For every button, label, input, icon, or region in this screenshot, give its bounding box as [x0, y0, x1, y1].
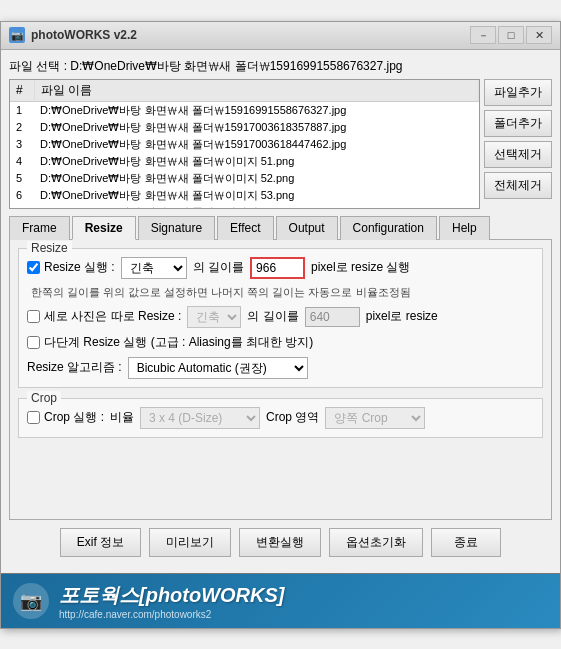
row-num: 5 [10, 170, 34, 187]
resize-panel: Resize Resize 실행 : 긴축 짧은축 가로 세로 의 길이를 [9, 240, 552, 520]
row-num: 4 [10, 153, 34, 170]
row-filename: D:₩OneDrive₩바탕 화면₩새 폴더₩15917003618447462… [34, 136, 479, 153]
tab-output[interactable]: Output [276, 216, 338, 240]
crop-area-select[interactable]: 양쪽 Crop 왼쪽 Crop 오른쪽 Crop [325, 407, 425, 429]
crop-checkbox-label[interactable]: Crop 실행 : [27, 409, 104, 426]
table-row[interactable]: 2D:₩OneDrive₩바탕 화면₩새 폴더₩1591700361835788… [10, 119, 479, 136]
window-title: photoWORKS v2.2 [31, 28, 137, 42]
close-window-button[interactable]: ✕ [526, 26, 552, 44]
remove-all-button[interactable]: 전체제거 [484, 172, 552, 199]
close-button[interactable]: 종료 [431, 528, 501, 557]
exif-button[interactable]: Exif 정보 [60, 528, 141, 557]
footer-camera-icon: 📷 [13, 583, 49, 619]
portrait-pixel-label: pixel로 resize [366, 308, 438, 325]
tab-frame[interactable]: Frame [9, 216, 70, 240]
footer-banner: 📷 포토웍스[photoWORKS] http://cafe.naver.com… [1, 573, 560, 628]
row-filename: D:₩OneDrive₩바탕 화면₩새 폴더₩15917003618357887… [34, 119, 479, 136]
resize-row4: Resize 알고리즘 : Bicubic Automatic (권장) Bil… [27, 357, 534, 379]
file-table: # 파일 이름 1D:₩OneDrive₩바탕 화면₩새 폴더₩15916991… [10, 80, 479, 209]
crop-checkbox[interactable] [27, 411, 40, 424]
row-filename: D:₩OneDrive₩바탕 화면₩새 폴더₩15916991558676327… [34, 101, 479, 119]
crop-ratio-label: 비율 [110, 409, 134, 426]
title-bar: 📷 photoWORKS v2.2 － □ ✕ [1, 22, 560, 50]
add-folder-button[interactable]: 폴더추가 [484, 110, 552, 137]
maximize-button[interactable]: □ [498, 26, 524, 44]
resize-section-label: Resize [27, 241, 72, 255]
col-header-name: 파일 이름 [34, 80, 479, 102]
preview-button[interactable]: 미리보기 [149, 528, 231, 557]
row-num: 7 [10, 204, 34, 209]
portrait-resize-text: 세로 사진은 따로 Resize : [44, 308, 181, 325]
resize-checkbox[interactable] [27, 261, 40, 274]
title-bar-left: 📷 photoWORKS v2.2 [9, 27, 137, 43]
portrait-resize-checkbox[interactable] [27, 310, 40, 323]
convert-button[interactable]: 변환실행 [239, 528, 321, 557]
tab-effect[interactable]: Effect [217, 216, 273, 240]
crop-area-label: Crop 영역 [266, 409, 319, 426]
main-window: 📷 photoWORKS v2.2 － □ ✕ 파일 선택 : D:₩OneDr… [0, 21, 561, 629]
table-row[interactable]: 4D:₩OneDrive₩바탕 화면₩새 폴더₩이미지 51.png [10, 153, 479, 170]
main-content: 파일 선택 : D:₩OneDrive₩바탕 화면₩새 폴더₩159169915… [1, 50, 560, 573]
resize-checkbox-label[interactable]: Resize 실행 : [27, 259, 115, 276]
row-filename: D:₩OneDrive₩바탕 화면₩새 폴더₩이미지 54.png [34, 204, 479, 209]
col-header-num: # [10, 80, 34, 102]
tab-bar: Frame Resize Signature Effect Output Con… [9, 215, 552, 240]
multistep-resize-checkbox[interactable] [27, 336, 40, 349]
crop-ratio-select[interactable]: 3 x 4 (D-Size) 4 x 6 5 x 7 [140, 407, 260, 429]
table-row[interactable]: 3D:₩OneDrive₩바탕 화면₩새 폴더₩1591700361844746… [10, 136, 479, 153]
file-buttons: 파일추가 폴더추가 선택제거 전체제거 [484, 79, 552, 209]
crop-row1: Crop 실행 : 비율 3 x 4 (D-Size) 4 x 6 5 x 7 … [27, 407, 534, 429]
crop-section-label: Crop [27, 391, 61, 405]
remove-selected-button[interactable]: 선택제거 [484, 141, 552, 168]
resize-axis-select[interactable]: 긴축 짧은축 가로 세로 [121, 257, 187, 279]
footer-text-area: 포토웍스[photoWORKS] http://cafe.naver.com/p… [59, 582, 548, 620]
file-list-area: # 파일 이름 1D:₩OneDrive₩바탕 화면₩새 폴더₩15916991… [9, 79, 552, 209]
resize-info-text: 한쪽의 길이를 위의 값으로 설정하면 나머지 쪽의 길이는 자동으로 비율조정… [31, 285, 411, 300]
multistep-resize-label[interactable]: 다단계 Resize 실행 (고급 : Aliasing를 최대한 방지) [27, 334, 313, 351]
table-row[interactable]: 1D:₩OneDrive₩바탕 화면₩새 폴더₩1591699155867632… [10, 101, 479, 119]
row-num: 3 [10, 136, 34, 153]
crop-checkbox-text: Crop 실행 : [44, 409, 104, 426]
algorithm-label: Resize 알고리즘 : [27, 359, 122, 376]
row-filename: D:₩OneDrive₩바탕 화면₩새 폴더₩이미지 52.png [34, 170, 479, 187]
tab-signature[interactable]: Signature [138, 216, 215, 240]
resize-value-input[interactable] [250, 257, 305, 279]
resize-row1: Resize 실행 : 긴축 짧은축 가로 세로 의 길이를 pixel로 re… [27, 257, 534, 279]
row-filename: D:₩OneDrive₩바탕 화면₩새 폴더₩이미지 53.png [34, 187, 479, 204]
resize-section: Resize Resize 실행 : 긴축 짧은축 가로 세로 의 길이를 [18, 248, 543, 388]
tab-resize[interactable]: Resize [72, 216, 136, 240]
bottom-buttons: Exif 정보 미리보기 변환실행 옵션초기화 종료 [9, 520, 552, 565]
algorithm-select[interactable]: Bicubic Automatic (권장) Bilinear Bicubic … [128, 357, 308, 379]
portrait-length-label: 의 길이를 [247, 308, 298, 325]
resize-row3: 다단계 Resize 실행 (고급 : Aliasing를 최대한 방지) [27, 334, 534, 351]
footer-title: 포토웍스[photoWORKS] [59, 582, 548, 609]
portrait-value-input [305, 307, 360, 327]
row-num: 6 [10, 187, 34, 204]
row-num: 1 [10, 101, 34, 119]
resize-checkbox-text: Resize 실행 : [44, 259, 115, 276]
file-select-label: 파일 선택 : D:₩OneDrive₩바탕 화면₩새 폴더₩159169915… [9, 58, 403, 75]
crop-section: Crop Crop 실행 : 비율 3 x 4 (D-Size) 4 x 6 5… [18, 398, 543, 438]
resize-pixel-label: pixel로 resize 실행 [311, 259, 410, 276]
reset-button[interactable]: 옵션초기화 [329, 528, 423, 557]
row-filename: D:₩OneDrive₩바탕 화면₩새 폴더₩이미지 51.png [34, 153, 479, 170]
file-select-row: 파일 선택 : D:₩OneDrive₩바탕 화면₩새 폴더₩159169915… [9, 58, 552, 75]
multistep-resize-text: 다단계 Resize 실행 (고급 : Aliasing를 최대한 방지) [44, 334, 313, 351]
portrait-axis-select[interactable]: 긴축 [187, 306, 241, 328]
footer-url: http://cafe.naver.com/photoworks2 [59, 609, 548, 620]
add-file-button[interactable]: 파일추가 [484, 79, 552, 106]
resize-length-label: 의 길이를 [193, 259, 244, 276]
file-list-container: # 파일 이름 1D:₩OneDrive₩바탕 화면₩새 폴더₩15916991… [9, 79, 480, 209]
resize-row2: 세로 사진은 따로 Resize : 긴축 의 길이를 pixel로 resiz… [27, 306, 534, 328]
table-row[interactable]: 5D:₩OneDrive₩바탕 화면₩새 폴더₩이미지 52.png [10, 170, 479, 187]
table-row[interactable]: 7D:₩OneDrive₩바탕 화면₩새 폴더₩이미지 54.png [10, 204, 479, 209]
resize-info-row: 한쪽의 길이를 위의 값으로 설정하면 나머지 쪽의 길이는 자동으로 비율조정… [27, 285, 534, 300]
portrait-resize-label[interactable]: 세로 사진은 따로 Resize : [27, 308, 181, 325]
title-buttons: － □ ✕ [470, 26, 552, 44]
tab-configuration[interactable]: Configuration [340, 216, 437, 240]
minimize-button[interactable]: － [470, 26, 496, 44]
app-icon: 📷 [9, 27, 25, 43]
row-num: 2 [10, 119, 34, 136]
table-row[interactable]: 6D:₩OneDrive₩바탕 화면₩새 폴더₩이미지 53.png [10, 187, 479, 204]
tab-help[interactable]: Help [439, 216, 490, 240]
